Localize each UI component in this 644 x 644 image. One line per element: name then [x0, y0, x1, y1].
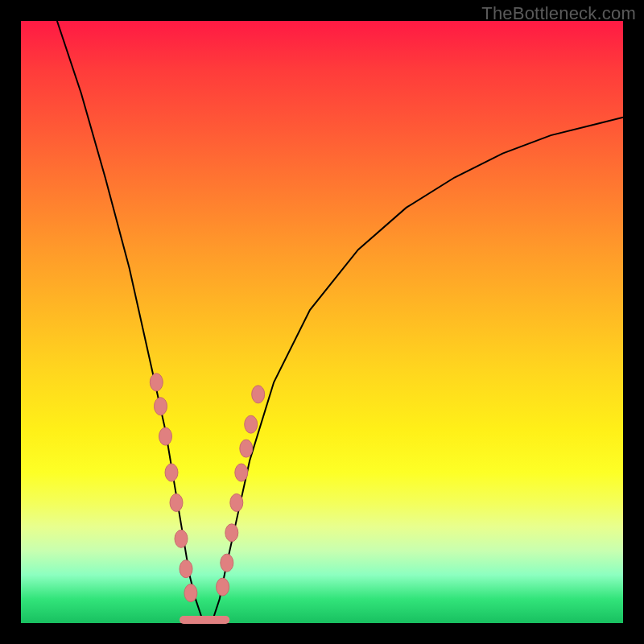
data-dot — [240, 440, 253, 457]
data-dot — [245, 415, 258, 433]
data-dot — [170, 493, 183, 511]
data-dot — [221, 554, 233, 572]
data-dot — [155, 398, 167, 415]
data-dot — [230, 493, 243, 511]
data-dot — [225, 524, 238, 542]
dots-left-arm — [150, 374, 197, 602]
data-dot — [159, 427, 172, 445]
chart-svg — [21, 21, 623, 623]
data-dot — [217, 578, 229, 596]
data-dot — [252, 386, 265, 403]
bottleneck-curve — [57, 21, 623, 623]
data-dot — [180, 560, 192, 578]
data-dot — [150, 374, 163, 391]
dots-right-arm — [217, 386, 265, 596]
data-dot — [175, 530, 188, 547]
data-dot — [235, 464, 248, 481]
data-dot — [184, 584, 197, 602]
data-dot — [165, 464, 178, 481]
